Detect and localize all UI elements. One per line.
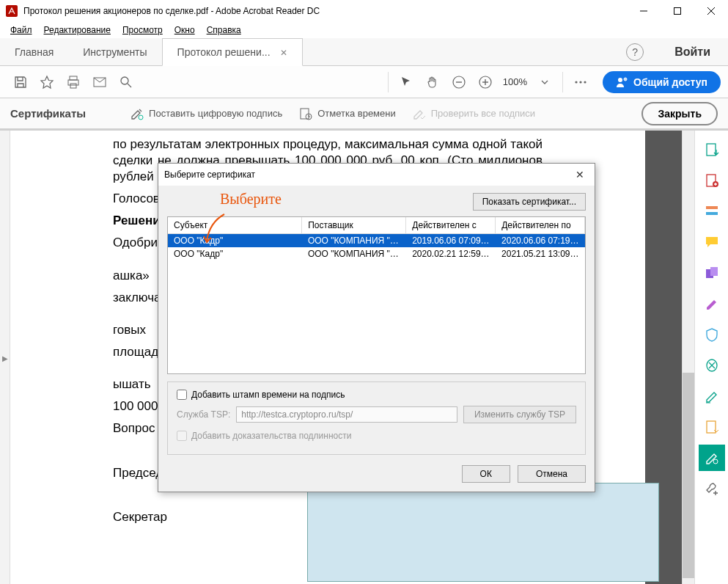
tsp-group: Добавить штамп времени на подпись Служба…	[167, 382, 586, 455]
svg-rect-5	[70, 76, 77, 80]
minimize-button[interactable]	[627, 0, 661, 22]
vertical-scrollbar[interactable]	[682, 131, 694, 584]
col-issuer[interactable]: Поставщик	[302, 217, 406, 234]
svg-rect-26	[707, 144, 716, 156]
svg-point-18	[584, 81, 586, 83]
certificates-tool-icon[interactable]	[699, 445, 725, 471]
search-icon[interactable]	[113, 69, 139, 95]
add-proof-label: Добавить доказательства подлинности	[191, 431, 351, 441]
menu-view[interactable]: Просмотр	[117, 23, 169, 37]
signature-placement-box[interactable]	[307, 483, 659, 582]
timestamp-icon	[298, 106, 313, 121]
svg-point-19	[618, 78, 622, 82]
close-certificates-button[interactable]: Закрыть	[641, 102, 718, 125]
timestamp-button[interactable]: Отметка времени	[298, 106, 396, 121]
add-timestamp-label: Добавить штамп времени на подпись	[191, 390, 345, 400]
sign-icon[interactable]	[699, 383, 725, 409]
svg-rect-2	[674, 8, 681, 15]
show-certificate-button[interactable]: Показать сертификат...	[473, 193, 586, 211]
combine-icon[interactable]	[699, 260, 725, 286]
col-valid-from[interactable]: Действителен с	[406, 217, 496, 234]
certificates-table: Субъект Поставщик Действителен с Действи…	[167, 216, 586, 374]
svg-point-9	[121, 77, 128, 84]
svg-point-23	[139, 115, 143, 120]
cancel-button[interactable]: Отмена	[518, 465, 586, 483]
digital-sign-button[interactable]: Поставить цифровую подпись	[130, 106, 282, 121]
svg-rect-33	[707, 421, 716, 433]
dialog-title: Выберите сертификат	[164, 169, 255, 180]
maximize-button[interactable]	[661, 0, 694, 22]
svg-point-17	[579, 81, 581, 83]
verify-signatures-button: Проверить все подписи	[412, 106, 535, 121]
menu-bar: Файл Редактирование Просмотр Окно Справк…	[0, 22, 728, 38]
zoom-dropdown-icon[interactable]	[532, 69, 558, 95]
scrollbar-thumb[interactable]	[683, 373, 694, 578]
share-button[interactable]: Общий доступ	[603, 71, 721, 93]
right-tool-rail	[694, 131, 728, 584]
svg-rect-7	[70, 84, 76, 88]
select-tool-icon[interactable]	[393, 69, 419, 95]
fill-sign-icon[interactable]	[699, 291, 725, 317]
certificate-row[interactable]: ООО "Кадр" ООО "КОМПАНИЯ "ТЕН... 2020.02…	[168, 247, 585, 260]
mail-icon[interactable]	[87, 69, 113, 95]
menu-help[interactable]: Справка	[201, 23, 247, 37]
tab-bar: Главная Инструменты Протокол решени... ✕…	[0, 38, 728, 66]
svg-rect-0	[6, 5, 18, 17]
col-valid-to[interactable]: Действителен по	[496, 217, 585, 234]
create-pdf-icon[interactable]	[699, 167, 725, 194]
svg-rect-29	[706, 206, 718, 209]
tab-close-icon[interactable]: ✕	[280, 48, 287, 58]
tab-document[interactable]: Протокол решени... ✕	[162, 38, 304, 66]
svg-rect-30	[706, 212, 718, 215]
tsp-service-label: Служба TSP:	[177, 409, 230, 420]
chevron-right-icon: ▶	[2, 354, 8, 362]
change-tsp-button: Изменить службу TSP	[463, 406, 576, 423]
certificates-title: Сертификаты	[10, 107, 86, 120]
tab-tools[interactable]: Инструменты	[68, 39, 161, 65]
share-person-icon	[616, 76, 628, 88]
print-icon[interactable]	[60, 69, 87, 95]
pen-sign-icon	[130, 106, 144, 121]
more-tools-rail-icon[interactable]	[699, 475, 725, 502]
window-title-bar: Протокол решения акционеров по сделке.pd…	[0, 0, 728, 22]
signin-button[interactable]: Войти	[657, 45, 728, 59]
tsp-url-input	[236, 406, 457, 423]
certificates-bar: Сертификаты Поставить цифровую подпись О…	[0, 98, 728, 131]
svg-line-10	[128, 84, 131, 87]
dialog-title-bar[interactable]: Выберите сертификат ✕	[158, 164, 595, 186]
close-window-button[interactable]	[694, 0, 728, 22]
col-subject[interactable]: Субъект	[168, 217, 302, 234]
zoom-out-icon[interactable]	[446, 69, 472, 95]
window-title: Протокол решения акционеров по сделке.pd…	[23, 6, 627, 16]
menu-window[interactable]: Окно	[169, 23, 201, 37]
select-certificate-dialog: Выберите сертификат ✕ Показать сертифика…	[158, 163, 595, 492]
tab-home[interactable]: Главная	[0, 39, 68, 65]
tab-document-label: Протокол решени...	[177, 46, 271, 58]
more-tools-icon[interactable]	[567, 69, 594, 95]
certificate-row[interactable]: ООО "Кадр" ООО "КОМПАНИЯ "ТЕН... 2019.06…	[168, 234, 585, 247]
hand-tool-icon[interactable]	[419, 69, 446, 95]
dialog-close-icon[interactable]: ✕	[571, 169, 589, 180]
save-icon[interactable]	[7, 69, 34, 95]
menu-edit[interactable]: Редактирование	[38, 23, 117, 37]
help-icon[interactable]: ?	[626, 43, 644, 61]
svg-rect-32	[710, 267, 718, 276]
star-icon[interactable]	[34, 69, 60, 95]
ok-button[interactable]: ОК	[462, 465, 510, 483]
menu-file[interactable]: Файл	[4, 23, 38, 37]
export-pdf-icon[interactable]	[699, 136, 725, 163]
compress-icon[interactable]	[699, 352, 725, 379]
send-sign-icon[interactable]	[699, 414, 725, 440]
zoom-in-icon[interactable]	[472, 69, 499, 95]
share-button-label: Общий доступ	[633, 76, 707, 88]
protect-icon[interactable]	[699, 321, 725, 348]
zoom-level[interactable]: 100%	[503, 76, 527, 87]
svg-point-16	[575, 81, 577, 83]
comment-icon[interactable]	[699, 229, 725, 255]
pen-check-icon	[412, 106, 427, 121]
edit-pdf-icon[interactable]	[699, 198, 725, 225]
left-panel-toggle[interactable]: ▶	[0, 131, 10, 584]
add-timestamp-checkbox[interactable]	[177, 390, 187, 400]
add-proof-checkbox	[177, 431, 187, 441]
main-toolbar: 100% Общий доступ	[0, 66, 728, 98]
